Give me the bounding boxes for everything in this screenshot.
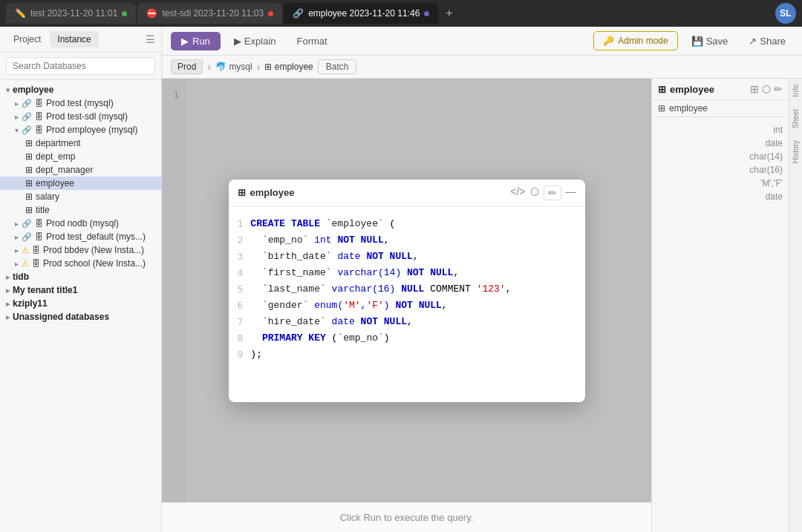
sidebar-menu-icon[interactable]: ☰ [146, 33, 155, 45]
table-icon: ⊞ [658, 103, 665, 114]
chevron-right-icon: ▸ [15, 260, 19, 268]
tree-db-nodb[interactable]: ▸ 🔗 🗄 Prod nodb (mysql) [0, 217, 161, 230]
tree-group-unassigned[interactable]: ▸ Unassigned databases [0, 310, 161, 324]
tree-db-test-label: Prod test (mysql) [46, 98, 114, 108]
history-label[interactable]: History [789, 134, 802, 169]
save-label: Save [706, 36, 728, 47]
tab-test[interactable]: ✏️ test 2023-11-20 11:01 [6, 3, 136, 24]
grid-icon[interactable]: ⊞ [750, 83, 759, 95]
tree-table-salary-label: salary [36, 191, 59, 202]
tree-table-employee[interactable]: ⊞ employee [0, 177, 161, 190]
chevron-right-icon: ▸ [6, 273, 10, 281]
tree-group-tidb-label: tidb [13, 272, 29, 282]
tree-db-test[interactable]: ▸ 🔗 🗄 Prod test (mysql) [0, 96, 161, 110]
mysql-icon: 🐬 [215, 62, 226, 72]
tree-table-title[interactable]: ⊞ title [0, 203, 161, 217]
right-col-4: char(16) [658, 163, 783, 177]
sheet-label[interactable]: Sheet [789, 103, 802, 134]
warning-icon: ⚠ [22, 259, 29, 269]
tab-employee[interactable]: 🔗 employee 2023-11-20 11:46 [284, 3, 438, 24]
chevron-right-icon: ▸ [15, 233, 19, 241]
tree-db-school-label: Prod school (New Insta...) [43, 258, 146, 269]
table-icon: ⊞ [25, 165, 33, 175]
tree-table-department[interactable]: ⊞ department [0, 137, 161, 150]
explain-button[interactable]: ▶ Explain [226, 32, 284, 50]
modal-close-button[interactable]: ✏ [544, 185, 561, 200]
tree-db-bbdev[interactable]: ▸ ⚠ 🗄 Prod bbdev (New Insta...) [0, 243, 161, 257]
tab-employee-dot [424, 11, 429, 16]
format-button[interactable]: Format [290, 32, 335, 50]
right-panel-title-label: employee [670, 84, 714, 95]
tree-group-tenant[interactable]: ▸ My tenant title1 [0, 283, 161, 297]
chevron-down-icon: ▾ [15, 126, 19, 134]
save-button[interactable]: 💾 Save [684, 32, 736, 50]
table-icon: ⊞ [25, 178, 33, 188]
tree-db-test-sdl[interactable]: ▸ 🔗 🗄 Prod test-sdl (mysql) [0, 110, 161, 123]
right-col-6: date [658, 190, 783, 203]
search-input[interactable] [6, 57, 155, 75]
info-label[interactable]: Info [789, 79, 802, 103]
run-button[interactable]: ▶ Run [171, 32, 221, 50]
table-icon: ⊞ [25, 191, 33, 202]
tree-db-employee[interactable]: ▾ 🔗 🗄 Prod employee (mysql) [0, 123, 161, 137]
tab-employee-icon: 🔗 [293, 8, 304, 19]
tree-group-kziply[interactable]: ▸ kziply11 [0, 297, 161, 310]
breadcrumb-sep1: › [207, 61, 211, 73]
modal-code-icon[interactable]: </> [510, 185, 525, 200]
modal-title-label: employee [250, 187, 295, 198]
admin-label: Admin mode [618, 36, 668, 46]
sidebar-header: Project Instance ☰ [0, 27, 161, 53]
chevron-right-icon: ▸ [6, 313, 10, 321]
tree-db-nodb-label: Prod nodb (mysql) [46, 218, 119, 229]
right-col-5: 'M','F' [658, 177, 783, 190]
modal-overlay[interactable]: ⊞ employee </> ⬡ ✏ — [162, 79, 651, 502]
tab-bar: ✏️ test 2023-11-20 11:01 ⛔ test-sdl 2023… [0, 0, 802, 27]
edit-icon[interactable]: ✏ [774, 83, 783, 95]
tab-test-icon: ✏️ [15, 8, 26, 19]
share-button[interactable]: ↗ Share [741, 32, 793, 50]
tree-db-school[interactable]: ▸ ⚠ 🗄 Prod school (New Insta...) [0, 257, 161, 270]
tree-group-employee[interactable]: ▾ employee [0, 83, 161, 96]
tree-table-salary[interactable]: ⊞ salary [0, 190, 161, 203]
external-icon[interactable]: ⬡ [762, 83, 771, 95]
sidebar-tab-project[interactable]: Project [6, 31, 48, 47]
table-icon: ⊞ [25, 151, 33, 162]
tree-db-bbdev-label: Prod bbdev (New Insta...) [43, 245, 144, 255]
tree-group-employee-label: employee [13, 85, 53, 95]
batch-button[interactable]: Batch [318, 59, 357, 74]
modal-dialog: ⊞ employee </> ⬡ ✏ — [229, 180, 585, 402]
content-area: ▶ Run ▶ Explain Format 🔑 Admin mode 💾 Sa… [162, 27, 802, 532]
db-icon: 🗄 [35, 219, 43, 228]
avatar: SL [775, 3, 796, 24]
sidebar-tree: ▾ employee ▸ 🔗 🗄 Prod test (mysql) ▸ 🔗 🗄… [0, 80, 161, 532]
explain-play-icon: ▶ [234, 36, 241, 47]
sidebar-tab-instance[interactable]: Instance [50, 31, 98, 47]
tab-sdl-label: test-sdl 2023-11-20 11:03 [162, 8, 264, 19]
side-labels: Info Sheet History [789, 79, 802, 532]
main-layout: Project Instance ☰ ▾ employee ▸ 🔗 🗄 Prod… [0, 27, 802, 532]
admin-mode-button[interactable]: 🔑 Admin mode [593, 31, 677, 50]
tree-table-dept-manager[interactable]: ⊞ dept_manager [0, 163, 161, 177]
right-panel-actions: ⊞ ⬡ ✏ [750, 83, 783, 95]
share-icon: ↗ [749, 36, 757, 47]
play-icon: ▶ [181, 36, 189, 47]
tree-group-unassigned-label: Unassigned databases [13, 312, 109, 322]
save-icon: 💾 [691, 36, 703, 47]
breadcrumb-table-label: employee [275, 62, 313, 72]
modal-minimize-icon[interactable]: — [566, 185, 576, 200]
modal-external-icon[interactable]: ⬡ [530, 185, 539, 200]
tree-table-dept-emp[interactable]: ⊞ dept_emp [0, 150, 161, 163]
tree-table-dept-emp-label: dept_emp [36, 151, 75, 162]
modal-code-content: CREATE TABLE `employee` ( `emp_no` int N… [250, 207, 584, 402]
breadcrumb-sep2: › [257, 61, 261, 73]
bottom-bar: Click Run to execute the query. [162, 502, 651, 532]
breadcrumb-table: ⊞ employee [264, 62, 313, 72]
tab-test-sdl[interactable]: ⛔ test-sdl 2023-11-20 11:03 [137, 3, 282, 24]
tree-db-test-default[interactable]: ▸ 🔗 🗄 Prod test_default (mys...) [0, 230, 161, 243]
table-icon: ⊞ [25, 205, 33, 215]
right-panel-sub: ⊞ employee [652, 100, 789, 117]
add-tab-button[interactable]: + [440, 7, 458, 20]
tree-group-tidb[interactable]: ▸ tidb [0, 270, 161, 283]
breadcrumb-env[interactable]: Prod [171, 59, 203, 74]
tree-table-department-label: department [36, 138, 81, 148]
